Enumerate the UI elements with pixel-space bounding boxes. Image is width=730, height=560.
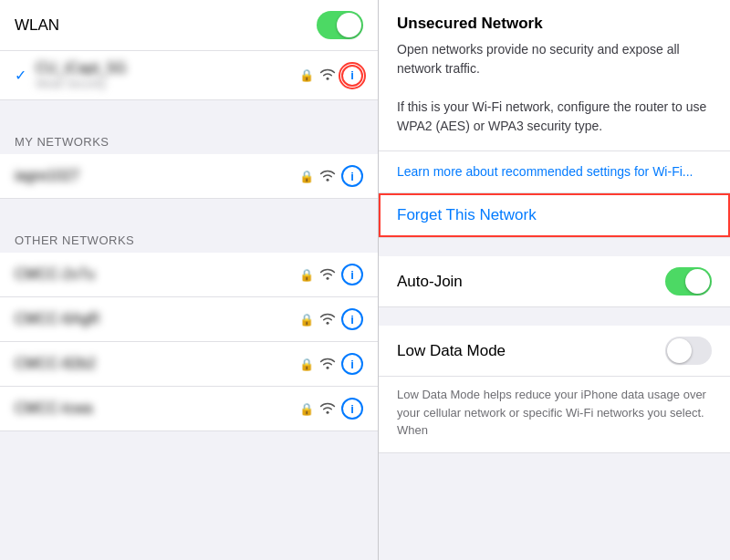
info-button[interactable]: i [341,353,363,375]
low-data-toggle-knob [667,338,692,363]
wlan-toggle[interactable] [317,11,363,39]
info-button[interactable]: i [341,398,363,420]
forget-network-section: Forget This Network [379,193,730,238]
wifi-icon [319,169,336,184]
network-icons: 🔒 i [299,398,363,420]
auto-join-toggle-knob [685,269,710,294]
auto-join-label: Auto-Join [397,273,463,291]
connected-network-name: CU_iCapt_5G Weak Security [36,60,299,90]
wlan-label: WLAN [15,16,59,35]
network-icons: 🔒 i [299,264,363,285]
my-networks-header: MY NETWORKS [0,119,378,154]
other-networks-header: OTHER NETWORKS [0,217,378,253]
checkmark-icon: ✓ [15,67,26,84]
list-item[interactable]: CMCC-6AgR 🔒 i [0,297,378,342]
wifi-icon [319,67,336,83]
info-button[interactable]: i [341,165,363,187]
network-icons: 🔒 i [299,353,363,375]
lock-icon: 🔒 [299,358,314,371]
left-panel: WLAN ✓ CU_iCapt_5G Weak Security 🔒 i [0,0,379,560]
wifi-icon [319,267,336,283]
learn-more-link[interactable]: Learn more about recommended settings fo… [397,164,693,179]
lock-icon: 🔒 [299,268,314,282]
network-name: CMCC-6AgR [15,311,299,327]
list-item[interactable]: CMCC-2v7u 🔒 i [0,253,378,297]
auto-join-row: Auto-Join [379,256,730,307]
lock-icon: 🔒 [299,68,314,82]
wlan-row: WLAN [0,0,378,51]
network-name: iagre1027 [15,168,299,184]
low-data-toggle[interactable] [665,337,712,365]
network-name: CMCC-lcwa [15,400,299,417]
info-button[interactable]: i [341,308,363,330]
learn-more-section: Learn more about recommended settings fo… [379,151,730,193]
other-networks-list: CMCC-2v7u 🔒 i CMCC-6AgR 🔒 [0,253,378,431]
spacer-2 [0,199,378,217]
wifi-icon [319,357,336,372]
my-networks-list: iagre1027 🔒 i [0,154,378,199]
spacer-right-1 [379,238,730,256]
spacer-1 [0,100,378,119]
list-item[interactable]: CMCC-82b2 🔒 i [0,342,378,387]
toggle-knob [337,13,361,37]
auto-join-toggle[interactable] [665,267,712,296]
low-data-mode-row: Low Data Mode [379,326,730,377]
info-button[interactable]: i [341,264,363,285]
info-button-connected[interactable]: i [341,65,363,87]
lock-icon: 🔒 [299,313,314,327]
security-title: Unsecured Network [397,15,712,33]
lock-icon: 🔒 [299,170,314,183]
network-icons: 🔒 i [299,308,363,330]
wifi-icon [319,312,336,327]
network-name: CMCC-2v7u [15,266,299,283]
connected-network-row[interactable]: ✓ CU_iCapt_5G Weak Security 🔒 i [0,51,378,100]
list-item[interactable]: CMCC-lcwa 🔒 i [0,387,378,431]
lock-icon: 🔒 [299,402,314,416]
wifi-icon [319,401,336,417]
forget-network-button[interactable]: Forget This Network [379,193,730,237]
network-icons: 🔒 i [299,165,363,187]
right-panel: Unsecured Network Open networks provide … [379,0,730,560]
network-name: CMCC-82b2 [15,356,299,372]
low-data-description: Low Data Mode helps reduce your iPhone d… [379,377,730,453]
security-warning-section: Unsecured Network Open networks provide … [379,0,730,151]
spacer-right-2 [379,307,730,326]
connected-network-icons: 🔒 i [299,65,363,87]
list-item[interactable]: iagre1027 🔒 i [0,154,378,199]
security-description: Open networks provide no security and ex… [397,40,712,136]
low-data-label: Low Data Mode [397,342,506,360]
